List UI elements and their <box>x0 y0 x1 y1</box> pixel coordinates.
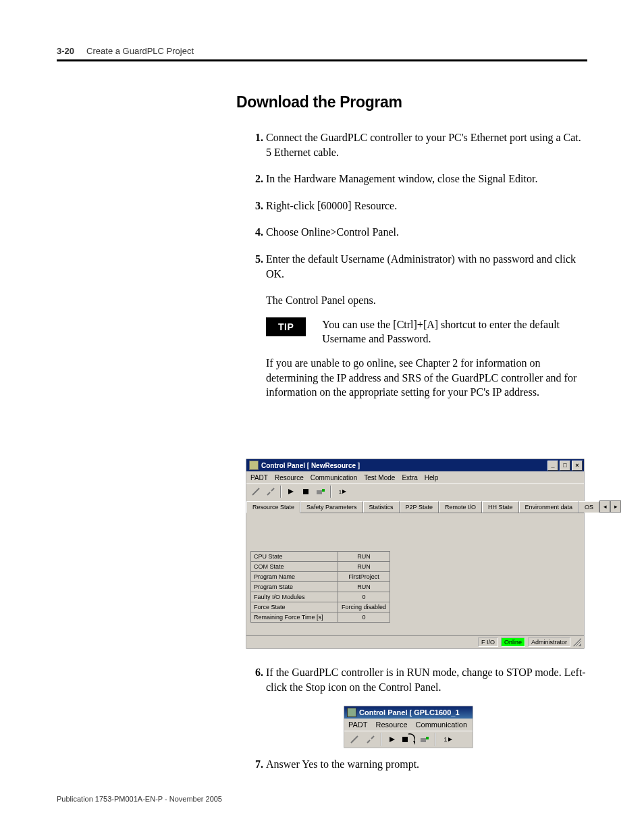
svg-rect-6 <box>322 489 325 492</box>
menu-padt[interactable]: PADT <box>250 474 268 481</box>
tab-panel-resource-state: CPU StateRUN COM StateRUN Program NameFi… <box>246 513 584 648</box>
tip-row: TIP You can use the [Ctrl]+[A] shortcut … <box>266 317 587 346</box>
svg-rect-4 <box>303 489 308 494</box>
body-after-step5: The Control Panel opens. <box>266 293 587 308</box>
resource-state-table: CPU StateRUN COM StateRUN Program NameFi… <box>250 551 390 623</box>
step-5: Enter the default Username (Administrato… <box>266 252 587 281</box>
step-icon[interactable]: 1 <box>334 485 352 498</box>
svg-line-10 <box>371 736 374 739</box>
menu-resource[interactable]: Resource <box>376 721 408 729</box>
tool-disconnect-icon[interactable] <box>264 485 277 498</box>
tool-disconnect-icon[interactable] <box>363 732 378 747</box>
step-icon[interactable]: 1 <box>439 732 458 747</box>
svg-line-1 <box>267 492 270 495</box>
window-title: Control Panel [ GPLC1600_1 <box>359 708 460 716</box>
tab-statistics[interactable]: Statistics <box>363 501 400 513</box>
run-icon[interactable] <box>385 732 400 747</box>
tab-resource-state[interactable]: Resource State <box>246 501 300 513</box>
step-6: If the GuardPLC controller is in RUN mod… <box>266 665 587 694</box>
menu-extra[interactable]: Extra <box>402 474 417 481</box>
step-3: Right-click [60000] Resource. <box>266 199 587 213</box>
svg-marker-7 <box>342 490 346 494</box>
tip-text: You can use the [Ctrl]+[A] shortcut to e… <box>322 317 587 346</box>
svg-rect-14 <box>421 738 426 742</box>
svg-line-9 <box>367 740 370 743</box>
step-7: Answer Yes to the warning prompt. <box>266 757 587 772</box>
tip-badge: TIP <box>266 317 306 336</box>
status-online: Online <box>501 637 525 647</box>
stop-icon[interactable] <box>299 485 313 498</box>
window-titlebar[interactable]: Control Panel [ GPLC1600_1 <box>344 706 473 719</box>
table-row: Remaining Force Time [s]0 <box>251 613 390 623</box>
header-rule <box>57 59 587 61</box>
close-button[interactable]: × <box>572 461 583 471</box>
step-1: Connect the GuardPLC controller to your … <box>266 130 587 159</box>
toolbar: 1 <box>246 484 584 499</box>
svg-marker-3 <box>288 489 294 494</box>
window-title: Control Panel [ NewResource ] <box>261 462 360 469</box>
status-bar: F I/O Online Administrator <box>246 635 584 648</box>
tabs-scroll-left-icon[interactable]: ◂ <box>599 500 610 513</box>
page-header: 3-20 Create a GuardPLC Project <box>57 46 587 56</box>
svg-marker-13 <box>413 741 415 745</box>
svg-line-0 <box>252 488 259 495</box>
menu-bar: PADT Resource Communication <box>344 719 473 731</box>
minimize-button[interactable]: _ <box>547 461 558 471</box>
menu-test-mode[interactable]: Test Mode <box>364 474 395 481</box>
table-row: Faulty I/O Modules0 <box>251 592 390 602</box>
tool-connect-icon[interactable] <box>249 485 263 498</box>
stop-icon[interactable] <box>401 732 416 747</box>
menu-padt[interactable]: PADT <box>348 721 368 729</box>
tab-safety-parameters[interactable]: Safety Parameters <box>300 501 363 513</box>
download-icon[interactable] <box>417 732 432 747</box>
svg-rect-15 <box>426 737 429 739</box>
table-row: COM StateRUN <box>251 562 390 572</box>
status-fio: F I/O <box>478 637 498 647</box>
window-titlebar[interactable]: Control Panel [ NewResource ] _ □ × <box>246 459 584 471</box>
menu-communication[interactable]: Communication <box>416 721 467 729</box>
maximize-button[interactable]: □ <box>560 461 570 471</box>
svg-rect-5 <box>317 490 322 494</box>
run-icon[interactable] <box>284 485 298 498</box>
chapter-title: Create a GuardPLC Project <box>86 46 194 56</box>
step-2: In the Hardware Management window, close… <box>266 172 587 186</box>
toolbar: 1 <box>344 731 473 748</box>
publication-footer: Publication 1753-PM001A-EN-P - November … <box>57 795 222 803</box>
table-row: Program StateRUN <box>251 582 390 592</box>
status-user: Administrator <box>528 637 570 647</box>
table-row: Force StateForcing disabled <box>251 602 390 613</box>
menu-bar: PADT Resource Communication Test Mode Ex… <box>246 471 584 484</box>
page-number: 3-20 <box>57 46 74 56</box>
screenshot-control-panel-gplc1600: Control Panel [ GPLC1600_1 PADT Resource… <box>344 706 473 748</box>
tab-p2p-state[interactable]: P2P State <box>400 501 439 513</box>
svg-marker-11 <box>390 737 395 742</box>
tab-os[interactable]: OS <box>579 501 599 513</box>
screenshot-control-panel-newresource: Control Panel [ NewResource ] _ □ × PADT… <box>246 459 584 648</box>
menu-resource[interactable]: Resource <box>275 474 304 481</box>
app-icon <box>347 708 356 717</box>
tool-connect-icon[interactable] <box>347 732 362 747</box>
svg-line-2 <box>271 488 274 491</box>
resize-grip-icon[interactable] <box>573 638 581 646</box>
menu-communication[interactable]: Communication <box>311 474 357 481</box>
table-row: Program NameFirstProject <box>251 572 390 582</box>
svg-line-8 <box>351 736 358 743</box>
download-icon[interactable] <box>314 485 327 498</box>
table-row: CPU StateRUN <box>251 552 390 562</box>
section-title: Download the Program <box>236 93 587 111</box>
svg-marker-16 <box>448 737 452 741</box>
body-after-tip: If you are unable to go online, see Chap… <box>266 356 587 400</box>
app-icon <box>249 461 259 470</box>
tab-remote-io[interactable]: Remote I/O <box>439 501 482 513</box>
tabs-scroll-right-icon[interactable]: ▸ <box>610 500 621 513</box>
tab-environment-data[interactable]: Environment data <box>519 501 579 513</box>
menu-help[interactable]: Help <box>425 474 439 481</box>
svg-rect-12 <box>402 737 408 742</box>
tab-hh-state[interactable]: HH State <box>482 501 519 513</box>
step-4: Choose Online>Control Panel. <box>266 225 587 240</box>
tab-strip: Resource State Safety Parameters Statist… <box>246 499 584 513</box>
